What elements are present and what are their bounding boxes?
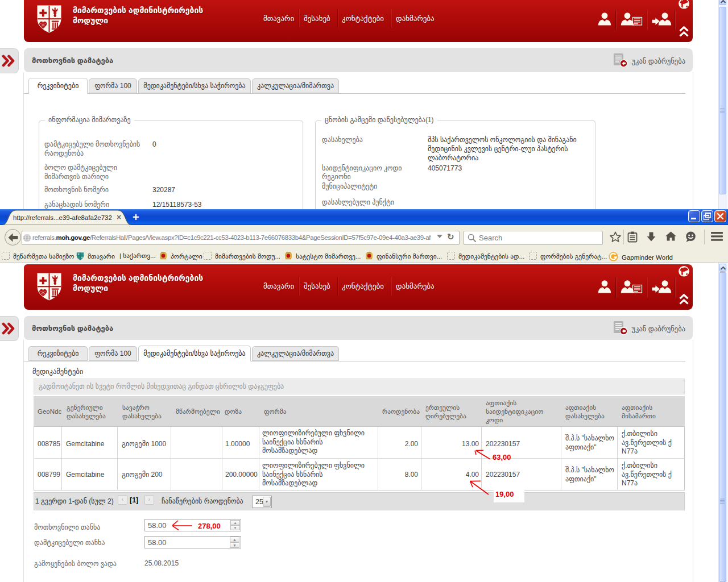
svg-text:63,00: 63,00 (493, 453, 511, 462)
svg-text:19,00: 19,00 (495, 490, 514, 498)
svg-text:278,00: 278,00 (198, 522, 221, 530)
